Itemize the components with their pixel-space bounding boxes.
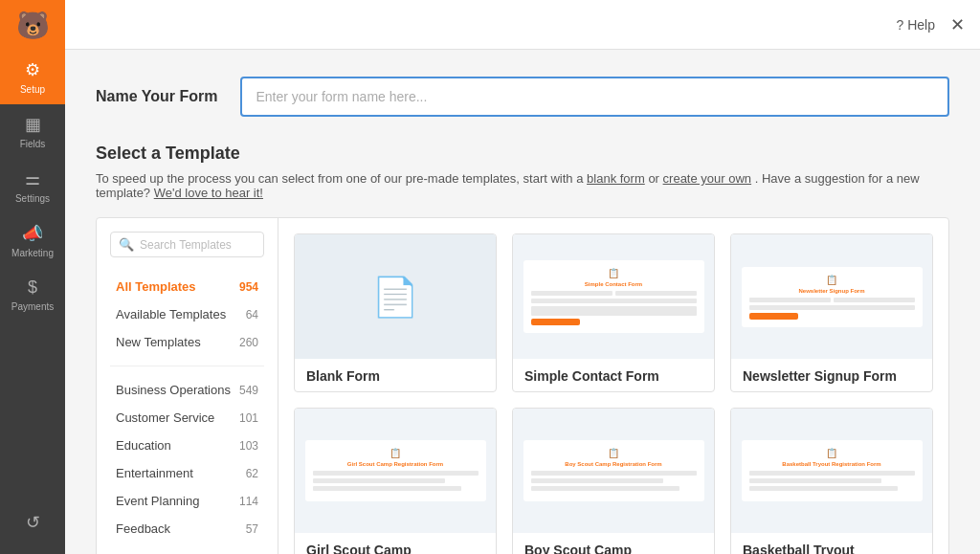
blank-form-link[interactable]: blank form bbox=[587, 171, 645, 186]
template-preview-newsletter: 📋 Newsletter Signup Form bbox=[731, 234, 932, 359]
filter-count: 64 bbox=[246, 308, 258, 321]
template-preview-basketball: 📋 Basketball Tryout Registration Form bbox=[731, 409, 932, 533]
search-input[interactable] bbox=[140, 238, 256, 252]
create-own-link[interactable]: create your own bbox=[663, 171, 752, 186]
template-name: Simple Contact Form bbox=[524, 368, 702, 384]
settings-icon: ⚌ bbox=[25, 168, 40, 189]
filter-feedback[interactable]: Feedback 57 bbox=[110, 515, 264, 543]
template-name: Blank Form bbox=[306, 368, 484, 384]
help-button[interactable]: ? Help bbox=[896, 17, 935, 33]
filter-all-templates[interactable]: All Templates 954 bbox=[110, 273, 264, 300]
sidebar-item-label: Marketing bbox=[11, 248, 54, 258]
template-preview-girlscout: 📋 Girl Scout Camp Registration Form bbox=[295, 409, 496, 533]
filter-available-templates[interactable]: Available Templates 64 bbox=[110, 300, 264, 328]
sidebar-item-fields[interactable]: ▦ Fields bbox=[0, 104, 65, 159]
template-name: Basketball Tryout Registration Form bbox=[743, 543, 921, 554]
form-name-input[interactable] bbox=[240, 77, 949, 117]
template-card-boyscout[interactable]: 📋 Boy Scout Camp Registration Form Boy S… bbox=[512, 408, 715, 554]
filter-divider bbox=[110, 366, 264, 366]
search-icon: 🔍 bbox=[119, 237, 134, 252]
filter-label: Available Templates bbox=[116, 307, 226, 321]
fields-icon: ▦ bbox=[25, 114, 41, 135]
template-body: 🔍 All Templates 954 Available Templates … bbox=[96, 217, 949, 554]
template-card-newsletter[interactable]: 📋 Newsletter Signup Form Newsletter Sign… bbox=[730, 233, 933, 392]
sidebar-item-label: Setup bbox=[20, 84, 45, 95]
logo: 🐻 bbox=[0, 0, 65, 50]
sidebar-item-label: Fields bbox=[20, 139, 46, 149]
filter-count: 260 bbox=[239, 336, 258, 349]
setup-icon: ⚙ bbox=[25, 59, 40, 80]
template-preview-blank: 📄 bbox=[295, 234, 496, 359]
filter-customer-service[interactable]: Customer Service 101 bbox=[110, 404, 264, 432]
template-name: Girl Scout Camp Registration Form bbox=[306, 543, 484, 554]
sidebar-item-label: Settings bbox=[15, 193, 50, 204]
history-icon: ↺ bbox=[26, 512, 40, 533]
section-title: Select a Template bbox=[96, 144, 949, 164]
payments-icon: $ bbox=[28, 277, 37, 298]
filter-label: Event Planning bbox=[116, 494, 199, 508]
filter-count: 549 bbox=[239, 384, 258, 397]
sidebar-item-settings[interactable]: ⚌ Settings bbox=[0, 159, 65, 213]
marketing-icon: 📣 bbox=[22, 223, 43, 244]
filter-count: 954 bbox=[239, 280, 258, 294]
filter-label: Feedback bbox=[116, 521, 170, 536]
template-name: Boy Scout Camp Registration Form bbox=[524, 543, 702, 554]
filter-education[interactable]: Education 103 bbox=[110, 432, 264, 459]
sidebar-item-history[interactable]: ↺ bbox=[0, 502, 65, 543]
filter-count: 103 bbox=[239, 439, 258, 453]
template-name: Newsletter Signup Form bbox=[743, 368, 921, 384]
help-label: Help bbox=[907, 17, 935, 33]
logo-bear-icon: 🐻 bbox=[16, 10, 50, 41]
template-preview-boyscout: 📋 Boy Scout Camp Registration Form bbox=[513, 409, 714, 533]
sidebar-item-marketing[interactable]: 📣 Marketing bbox=[0, 213, 65, 268]
filter-panel: 🔍 All Templates 954 Available Templates … bbox=[97, 218, 278, 554]
filter-label: Education bbox=[116, 438, 171, 453]
blank-form-icon: 📄 bbox=[371, 275, 419, 320]
filter-count: 62 bbox=[246, 467, 258, 480]
filter-event-planning[interactable]: Event Planning 114 bbox=[110, 487, 264, 515]
filter-count: 57 bbox=[246, 522, 258, 536]
form-name-row: Name Your Form bbox=[96, 77, 949, 117]
section-desc: To speed up the process you can select f… bbox=[96, 171, 949, 200]
template-desc: Collect the names, emails, and messages … bbox=[524, 388, 702, 392]
sidebar: 🐻 ⚙ Setup ▦ Fields ⚌ Settings 📣 Marketin… bbox=[0, 0, 65, 554]
template-preview-contact: 📋 Simple Contact Form bbox=[513, 234, 714, 359]
help-icon: ? bbox=[896, 17, 903, 33]
hear-link[interactable]: We'd love to hear it! bbox=[154, 186, 263, 200]
template-card-basketball[interactable]: 📋 Basketball Tryout Registration Form Ba… bbox=[730, 408, 933, 554]
filter-count: 101 bbox=[239, 411, 258, 425]
main-content: Name Your Form Select a Template To spee… bbox=[65, 50, 980, 554]
filter-business-operations[interactable]: Business Operations 549 bbox=[110, 376, 264, 404]
search-box: 🔍 bbox=[110, 232, 264, 257]
sidebar-item-setup[interactable]: ⚙ Setup bbox=[0, 50, 65, 104]
sidebar-item-payments[interactable]: $ Payments bbox=[0, 268, 65, 321]
filter-label: Customer Service bbox=[116, 410, 214, 425]
form-name-label: Name Your Form bbox=[96, 88, 217, 105]
template-grid: 📄 Blank Form The blank form allows you t… bbox=[278, 218, 948, 554]
template-card-contact[interactable]: 📋 Simple Contact Form Simple Contact For… bbox=[512, 233, 715, 392]
filter-count: 114 bbox=[239, 495, 258, 508]
filter-label: Business Operations bbox=[116, 383, 231, 397]
template-card-girlscout[interactable]: 📋 Girl Scout Camp Registration Form Girl… bbox=[294, 408, 497, 554]
filter-label: New Templates bbox=[116, 335, 201, 349]
close-button[interactable]: ✕ bbox=[950, 14, 965, 35]
filter-entertainment[interactable]: Entertainment 62 bbox=[110, 459, 264, 487]
template-desc: The blank form allows you to create any … bbox=[306, 388, 484, 392]
filter-label: All Templates bbox=[116, 279, 196, 294]
template-desc: Gather your site visitors' contact infor… bbox=[743, 388, 921, 392]
topbar: ? Help ✕ bbox=[65, 0, 980, 50]
template-card-blank[interactable]: 📄 Blank Form The blank form allows you t… bbox=[294, 233, 497, 392]
filter-new-templates[interactable]: New Templates 260 bbox=[110, 328, 264, 356]
filter-label: Entertainment bbox=[116, 466, 193, 480]
sidebar-item-label: Payments bbox=[11, 301, 54, 312]
